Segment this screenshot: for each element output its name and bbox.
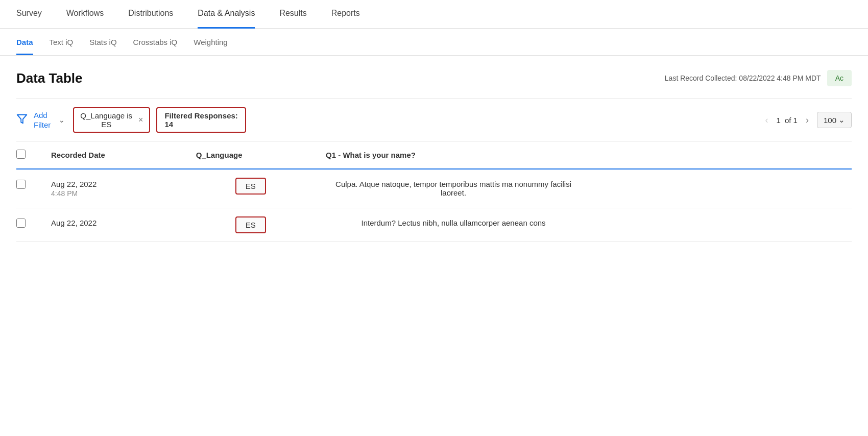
table-row: Aug 22, 2022 ES Interdum? Lectus nibh, n…: [16, 208, 852, 242]
actions-button[interactable]: Ac: [827, 70, 852, 86]
pagination: ‹ 1 of 1 › 100 ⌄: [761, 112, 852, 128]
row2-response-text: Interdum? Lectus nibh, nulla ullamcorper…: [326, 219, 581, 227]
nav-workflows[interactable]: Workflows: [66, 0, 104, 29]
row1-date: Aug 22, 2022: [51, 180, 176, 188]
tab-data[interactable]: Data: [16, 31, 33, 55]
per-page-selector[interactable]: 100 ⌄: [817, 112, 852, 128]
sub-navigation: Data Text iQ Stats iQ Crosstabs iQ Weigh…: [0, 31, 868, 56]
nav-survey[interactable]: Survey: [16, 0, 42, 29]
content-header: Data Table Last Record Collected: 08/22/…: [16, 70, 852, 86]
filter-close-button[interactable]: ×: [138, 115, 143, 125]
per-page-chevron: ⌄: [838, 115, 845, 125]
tab-crosstabs-iq[interactable]: Crosstabs iQ: [133, 31, 178, 55]
select-all-checkbox[interactable]: [16, 150, 26, 159]
filter-chip-text: Q_Language is ES: [80, 111, 132, 129]
table-header-row: Recorded Date Q_Language Q1 - What is yo…: [16, 141, 852, 169]
row1-lang-wrapper: ES: [196, 178, 305, 195]
total-pages: of 1: [785, 116, 798, 125]
per-page-value: 100: [824, 116, 836, 125]
last-record-info: Last Record Collected: 08/22/2022 4:48 P…: [665, 70, 852, 86]
row1-language-cell: ES: [186, 169, 316, 208]
filter-chip: Q_Language is ES ×: [73, 107, 150, 133]
tab-stats-iq[interactable]: Stats iQ: [89, 31, 116, 55]
next-page-button[interactable]: ›: [802, 113, 813, 128]
top-navigation: Survey Workflows Distributions Data & An…: [0, 0, 868, 29]
row2-language-badge: ES: [235, 216, 266, 233]
col-q1-name: Q1 - What is your name?: [316, 141, 852, 169]
nav-distributions[interactable]: Distributions: [128, 0, 173, 29]
tab-text-iq[interactable]: Text iQ: [50, 31, 74, 55]
filtered-responses-badge: Filtered Responses: 14: [156, 107, 246, 133]
data-table: Recorded Date Q_Language Q1 - What is yo…: [16, 141, 852, 242]
row2-checkbox[interactable]: [16, 219, 26, 228]
nav-data-analysis[interactable]: Data & Analysis: [198, 0, 255, 29]
filter-icon: [16, 113, 28, 127]
page-title: Data Table: [16, 70, 83, 86]
add-filter-button[interactable]: Add Filter: [34, 110, 51, 130]
filtered-responses-label: Filtered Responses:: [164, 111, 237, 120]
col-q-language: Q_Language: [186, 141, 316, 169]
row1-language-badge: ES: [235, 178, 266, 195]
svg-marker-0: [17, 114, 27, 123]
prev-page-button[interactable]: ‹: [761, 113, 773, 128]
tab-weighting[interactable]: Weighting: [194, 31, 227, 55]
nav-results[interactable]: Results: [279, 0, 306, 29]
row1-checkbox-cell: [16, 169, 41, 208]
last-record-text: Last Record Collected: 08/22/2022 4:48 P…: [665, 74, 821, 82]
table-row: Aug 22, 2022 4:48 PM ES Culpa. Atque nat…: [16, 169, 852, 208]
filter-chevron-button[interactable]: ⌄: [57, 114, 67, 126]
row1-date-cell: Aug 22, 2022 4:48 PM: [41, 169, 186, 208]
row2-lang-wrapper: ES: [196, 216, 305, 233]
row1-checkbox[interactable]: [16, 180, 26, 189]
row2-response-cell: Interdum? Lectus nibh, nulla ullamcorper…: [316, 208, 852, 242]
row2-language-cell: ES: [186, 208, 316, 242]
main-content: Data Table Last Record Collected: 08/22/…: [0, 56, 868, 242]
col-recorded-date: Recorded Date: [41, 141, 186, 169]
row2-checkbox-cell: [16, 208, 41, 242]
filter-row: Add Filter ⌄ Q_Language is ES × Filtered…: [16, 99, 852, 141]
current-page: 1: [777, 116, 781, 125]
row2-date: Aug 22, 2022: [51, 219, 176, 227]
row1-response-cell: Culpa. Atque natoque, tempor temporibus …: [316, 169, 852, 208]
nav-reports[interactable]: Reports: [331, 0, 360, 29]
row2-date-cell: Aug 22, 2022: [41, 208, 186, 242]
col-checkbox: [16, 141, 41, 169]
filtered-responses-count: 14: [164, 120, 173, 129]
row1-response-text: Culpa. Atque natoque, tempor temporibus …: [326, 180, 581, 197]
row1-time: 4:48 PM: [51, 189, 176, 198]
